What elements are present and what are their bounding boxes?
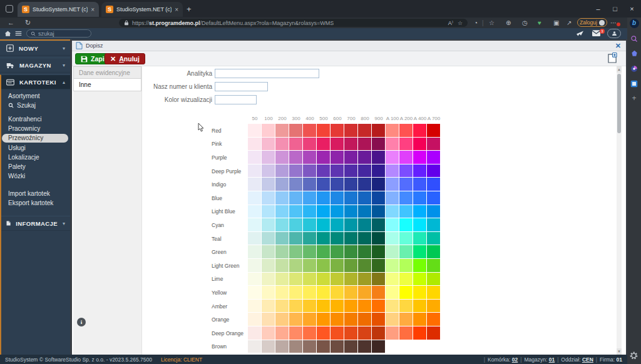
palette-cell[interactable] — [399, 191, 413, 205]
palette-cell[interactable] — [275, 326, 289, 340]
palette-cell[interactable] — [275, 340, 289, 354]
palette-cell[interactable] — [248, 273, 262, 286]
palette-cell[interactable] — [289, 326, 303, 340]
sidebar-item-import-kartotek[interactable]: Import kartotek — [0, 189, 70, 198]
palette-cell[interactable] — [344, 138, 358, 151]
scrollbar-thumb[interactable] — [617, 74, 621, 133]
collections-icon[interactable]: ⊕ — [506, 19, 511, 27]
palette-cell[interactable] — [413, 259, 427, 273]
palette-cell[interactable] — [358, 164, 372, 178]
palette-cell[interactable] — [289, 340, 303, 354]
palette-cell[interactable] — [386, 245, 399, 259]
palette-cell[interactable] — [317, 218, 331, 232]
palette-cell[interactable] — [427, 124, 441, 138]
palette-cell[interactable] — [372, 205, 386, 219]
palette-cell[interactable] — [386, 313, 399, 326]
palette-cell[interactable] — [413, 164, 427, 178]
palette-cell[interactable] — [344, 205, 358, 219]
palette-cell[interactable] — [386, 300, 399, 313]
palette-cell[interactable] — [372, 313, 386, 326]
palette-cell[interactable] — [427, 273, 441, 286]
palette-cell[interactable] — [317, 340, 331, 354]
palette-cell[interactable] — [413, 245, 427, 259]
palette-cell[interactable] — [413, 151, 427, 164]
palette-cell[interactable] — [331, 205, 344, 219]
palette-cell[interactable] — [358, 286, 372, 300]
palette-cell[interactable] — [275, 164, 289, 178]
office-icon[interactable] — [630, 79, 639, 88]
palette-cell[interactable] — [303, 313, 317, 326]
palette-cell[interactable] — [275, 124, 289, 138]
sidebar-item-kontrahenci[interactable]: Kontrahenci — [0, 114, 70, 124]
palette-cell[interactable] — [331, 191, 344, 205]
palette-cell[interactable] — [262, 218, 275, 232]
palette-cell[interactable] — [248, 124, 262, 138]
palette-cell[interactable] — [248, 340, 262, 354]
refresh-icon[interactable]: ↻ — [25, 18, 31, 28]
browser-tab-inactive[interactable]: S StudioSystem.NET (c) SoftwareSt × — [101, 2, 183, 17]
vertical-scrollbar[interactable]: ▲ ▼ — [617, 66, 622, 355]
palette-cell[interactable] — [372, 151, 386, 164]
palette-cell[interactable] — [275, 300, 289, 313]
palette-cell[interactable] — [358, 205, 372, 219]
palette-cell[interactable] — [289, 286, 303, 300]
palette-cell[interactable] — [358, 138, 372, 151]
palette-cell[interactable] — [275, 218, 289, 232]
palette-cell[interactable] — [303, 151, 317, 164]
palette-cell[interactable] — [303, 205, 317, 219]
address-bar[interactable]: https://st.programdemo.pl/DefaultLeftMen… — [119, 19, 468, 27]
palette-cell[interactable] — [248, 245, 262, 259]
palette-cell[interactable] — [399, 178, 413, 191]
palette-cell[interactable] — [262, 124, 275, 138]
sidebar-item-wozki[interactable]: Wózki — [0, 171, 70, 181]
palette-cell[interactable] — [262, 138, 275, 151]
palette-cell[interactable] — [303, 178, 317, 191]
sidebar-item-pracownicy[interactable]: Pracownicy — [0, 124, 70, 133]
sidebar-add-icon[interactable]: + — [632, 94, 636, 103]
palette-cell[interactable] — [358, 313, 372, 326]
palette-cell[interactable] — [275, 151, 289, 164]
palette-cell[interactable] — [344, 178, 358, 191]
palette-cell[interactable] — [289, 205, 303, 219]
palette-cell[interactable] — [248, 178, 262, 191]
palette-cell[interactable] — [399, 259, 413, 273]
palette-cell[interactable] — [303, 164, 317, 178]
share-icon[interactable]: ↗ — [567, 19, 572, 27]
palette-cell[interactable] — [427, 205, 441, 219]
palette-cell[interactable] — [275, 191, 289, 205]
palette-cell[interactable] — [427, 218, 441, 232]
palette-cell[interactable] — [386, 124, 399, 138]
palette-cell[interactable] — [372, 138, 386, 151]
palette-cell[interactable] — [289, 164, 303, 178]
palette-cell[interactable] — [331, 326, 344, 340]
palette-cell[interactable] — [289, 232, 303, 246]
palette-cell[interactable] — [262, 340, 275, 354]
tab-close-icon[interactable]: × — [175, 6, 178, 13]
palette-cell[interactable] — [331, 218, 344, 232]
kolor-wizualizacji-input[interactable] — [215, 95, 257, 104]
copilot-discover-icon[interactable]: ◔ — [474, 19, 478, 27]
palette-cell[interactable] — [399, 232, 413, 246]
palette-cell[interactable] — [331, 259, 344, 273]
palette-cell[interactable] — [386, 218, 399, 232]
palette-cell[interactable] — [331, 313, 344, 326]
palette-cell[interactable] — [344, 191, 358, 205]
palette-cell[interactable] — [331, 245, 344, 259]
palette-cell[interactable] — [317, 151, 331, 164]
palette-cell[interactable] — [413, 286, 427, 300]
tab-dane-ewidencyjne[interactable]: Dane ewidencyjne — [73, 66, 141, 79]
palette-cell[interactable] — [427, 286, 441, 300]
browser-essentials-icon[interactable]: ♥ — [538, 19, 541, 27]
palette-cell[interactable] — [317, 300, 331, 313]
palette-cell[interactable] — [317, 164, 331, 178]
palette-cell[interactable] — [317, 273, 331, 286]
palette-cell[interactable] — [344, 124, 358, 138]
sidebar-item-asortyment[interactable]: Asortyment — [0, 91, 70, 101]
palette-cell[interactable] — [275, 245, 289, 259]
palette-cell[interactable] — [344, 300, 358, 313]
send-plane-icon[interactable] — [576, 30, 584, 37]
palette-cell[interactable] — [399, 313, 413, 326]
palette-cell[interactable] — [275, 259, 289, 273]
palette-cell[interactable] — [262, 164, 275, 178]
palette-cell[interactable] — [317, 259, 331, 273]
